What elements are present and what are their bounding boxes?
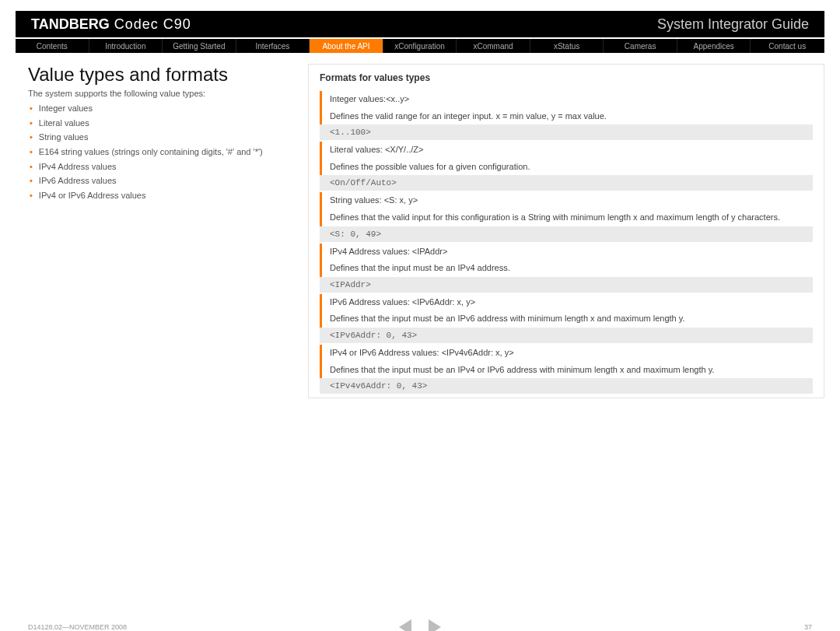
- nav-item-contact-us[interactable]: Contact us: [751, 39, 824, 53]
- page-footer: D14128.02—NOVEMBER 2008 37: [28, 623, 812, 631]
- page-header: TANDBERG Codec C90 System Integrator Gui…: [16, 11, 824, 37]
- format-title: IPv6 Address values: <IPv6Addr: x, y>: [320, 294, 813, 311]
- format-desc: Defines that the input must be an IPv6 a…: [320, 310, 813, 328]
- format-example: <1..100>: [320, 124, 813, 140]
- doc-ref: D14128.02—NOVEMBER 2008: [28, 623, 127, 631]
- nav-item-xstatus[interactable]: xStatus: [530, 39, 604, 53]
- list-item: IPv4 or IPv6 Address values: [30, 188, 277, 203]
- format-title: IPv4 or IPv6 Address values: <IPv4v6Addr…: [320, 345, 813, 362]
- right-panel: Formats for values types Integer values:…: [308, 64, 824, 398]
- page-title: Value types and formats: [28, 64, 277, 86]
- brand: TANDBERG Codec C90: [31, 16, 191, 33]
- top-nav: ContentsIntroductionGetting StartedInter…: [16, 39, 824, 53]
- format-title: Literal values: <X/Y/../Z>: [320, 142, 813, 159]
- list-item: IPv4 Address values: [30, 160, 277, 174]
- format-desc: Defines the valid range for an integer i…: [320, 108, 813, 125]
- page-number: 37: [804, 623, 812, 631]
- left-column: Value types and formats The system suppo…: [28, 64, 277, 398]
- nav-item-xconfiguration[interactable]: xConfiguration: [383, 39, 457, 53]
- nav-item-getting-started[interactable]: Getting Started: [163, 39, 236, 53]
- nav-item-introduction[interactable]: Introduction: [89, 39, 163, 53]
- nav-item-appendices[interactable]: Appendices: [677, 39, 751, 53]
- format-example: <IPv4v6Addr: 0, 43>: [320, 378, 813, 394]
- format-desc: Defines that the input must be an IPv4 a…: [320, 260, 813, 277]
- intro-text: The system supports the following value …: [28, 89, 277, 98]
- next-page-icon[interactable]: [429, 619, 441, 631]
- nav-item-cameras[interactable]: Cameras: [604, 39, 677, 53]
- format-title: Integer values:<x..y>: [320, 91, 813, 108]
- value-types-list: Integer valuesLiteral valuesString value…: [28, 101, 277, 203]
- format-example: <IPv6Addr: 0, 43>: [320, 328, 813, 343]
- list-item: E164 string values (strings only contain…: [30, 145, 277, 160]
- format-desc: Defines the possible values for a given …: [320, 159, 813, 176]
- brand-bold: TANDBERG: [31, 16, 110, 32]
- list-item: IPv6 Address values: [30, 174, 277, 188]
- nav-item-contents[interactable]: Contents: [16, 39, 89, 53]
- format-desc: Defines that the valid input for this co…: [320, 209, 813, 226]
- format-title: String values: <S: x, y>: [320, 192, 813, 209]
- nav-item-about-the-api[interactable]: About the API: [310, 39, 383, 53]
- guide-title: System Integrator Guide: [657, 16, 809, 33]
- nav-item-interfaces[interactable]: Interfaces: [236, 39, 310, 53]
- format-title: IPv4 Address values: <IPAddr>: [320, 244, 813, 261]
- format-desc: Defines that the input must be an IPv4 o…: [320, 362, 813, 379]
- content-area: Value types and formats The system suppo…: [0, 54, 840, 398]
- formats-heading: Formats for values types: [309, 65, 824, 88]
- list-item: Integer values: [30, 101, 277, 116]
- list-item: Literal values: [30, 116, 277, 131]
- formats-body: Integer values:<x..y>Defines the valid r…: [309, 88, 824, 403]
- list-item: String values: [30, 130, 277, 145]
- format-example: <S: 0, 49>: [320, 226, 813, 242]
- brand-product: Codec C90: [110, 16, 191, 32]
- prev-page-icon[interactable]: [399, 619, 411, 631]
- format-example: <On/Off/Auto>: [320, 175, 813, 191]
- nav-item-xcommand[interactable]: xCommand: [457, 39, 530, 53]
- format-example: <IPAddr>: [320, 277, 813, 293]
- footer-nav: [399, 619, 441, 631]
